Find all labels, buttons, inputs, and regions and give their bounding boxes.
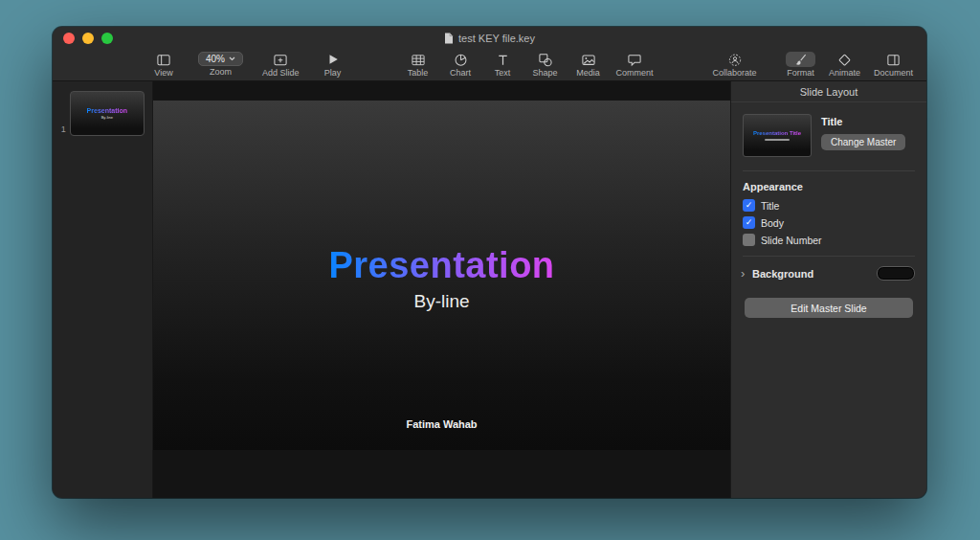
master-slide-thumbnail[interactable]: Presentation Title — [743, 114, 812, 157]
master-slide-row: Presentation Title Title Change Master — [731, 102, 926, 161]
background-color-well[interactable] — [877, 266, 915, 281]
keynote-window: test KEY file.key View 40% Zoom Add Slid… — [53, 27, 926, 498]
media-icon — [581, 53, 596, 67]
appearance-option-title[interactable]: ✓ Title — [731, 194, 926, 212]
text-button[interactable]: Text — [488, 52, 518, 78]
slide-title-textbox[interactable]: Presentation — [328, 246, 554, 286]
inspector-header: Slide Layout — [731, 81, 926, 102]
view-icon — [156, 53, 171, 67]
format-brush-icon — [793, 53, 808, 67]
document-icon — [886, 53, 901, 67]
play-icon — [326, 53, 340, 66]
master-thumb-title: Presentation Title — [753, 130, 801, 136]
table-button[interactable]: Table — [403, 52, 434, 78]
chevron-down-icon — [229, 56, 235, 61]
view-button[interactable]: View — [148, 52, 179, 78]
slide-byline-textbox[interactable]: By-line — [413, 291, 469, 312]
animate-button[interactable]: Animate — [829, 52, 860, 78]
table-icon — [411, 53, 426, 67]
collaborate-button[interactable]: Collaborate — [713, 52, 757, 78]
disclosure-chevron-icon[interactable]: › — [741, 266, 750, 281]
add-slide-icon — [273, 53, 288, 67]
change-master-button[interactable]: Change Master — [821, 134, 905, 150]
collaborate-icon — [727, 53, 743, 67]
format-inspector: Slide Layout Presentation Title Title Ch… — [730, 81, 926, 498]
play-button[interactable]: Play — [319, 52, 347, 78]
thumbnail-title-text: Presentation — [87, 107, 127, 114]
slide-thumbnail[interactable]: Presentation By-line — [70, 91, 145, 136]
shape-button[interactable]: Shape — [530, 52, 561, 78]
appearance-option-slide-number[interactable]: ✓ Slide Number — [731, 229, 926, 246]
slide-navigator: 1 Presentation By-line — [53, 81, 153, 498]
slide-thumbnail-row: 1 Presentation By-line — [58, 91, 145, 136]
body-checkbox[interactable]: ✓ — [743, 216, 755, 229]
window-title: test KEY file.key — [53, 27, 926, 50]
master-name: Title — [821, 116, 905, 127]
zoom-value: 40% — [206, 54, 225, 64]
edit-master-slide-button[interactable]: Edit Master Slide — [745, 298, 913, 318]
title-checkbox[interactable]: ✓ — [743, 199, 755, 212]
title-bar: test KEY file.key — [53, 27, 926, 50]
chart-icon — [454, 53, 468, 67]
animate-icon — [837, 53, 852, 67]
document-file-icon — [444, 33, 454, 44]
window-title-text: test KEY file.key — [458, 33, 535, 44]
shape-icon — [538, 53, 553, 67]
thumbnail-byline-text: By-line — [101, 116, 113, 120]
check-icon: ✓ — [746, 201, 753, 210]
media-button[interactable]: Media — [573, 52, 604, 78]
slide-canvas: Presentation By-line Fatima Wahab — [153, 81, 730, 498]
appearance-heading: Appearance — [731, 171, 926, 194]
comment-button[interactable]: Comment — [616, 52, 654, 78]
master-thumb-subtitle-bar — [765, 139, 790, 141]
slide-footer-textbox[interactable]: Fatima Wahab — [153, 418, 730, 430]
zoom-control[interactable]: 40% Zoom — [198, 52, 243, 78]
format-button[interactable]: Format — [786, 52, 815, 78]
add-slide-button[interactable]: Add Slide — [262, 52, 300, 78]
text-icon — [496, 53, 510, 67]
slide-number-checkbox[interactable]: ✓ — [743, 234, 755, 246]
slide[interactable]: Presentation By-line Fatima Wahab — [153, 101, 730, 450]
zoom-dropdown[interactable]: 40% — [198, 52, 243, 66]
background-label: Background — [752, 268, 813, 280]
chart-button[interactable]: Chart — [446, 52, 476, 78]
toolbar: View 40% Zoom Add Slide Play Table — [53, 50, 926, 81]
slide-number: 1 — [58, 124, 66, 136]
appearance-option-body[interactable]: ✓ Body — [731, 212, 926, 229]
check-icon: ✓ — [746, 218, 753, 227]
comment-icon — [627, 53, 642, 67]
document-button[interactable]: Document — [874, 52, 913, 78]
background-row: › Background — [731, 257, 926, 281]
